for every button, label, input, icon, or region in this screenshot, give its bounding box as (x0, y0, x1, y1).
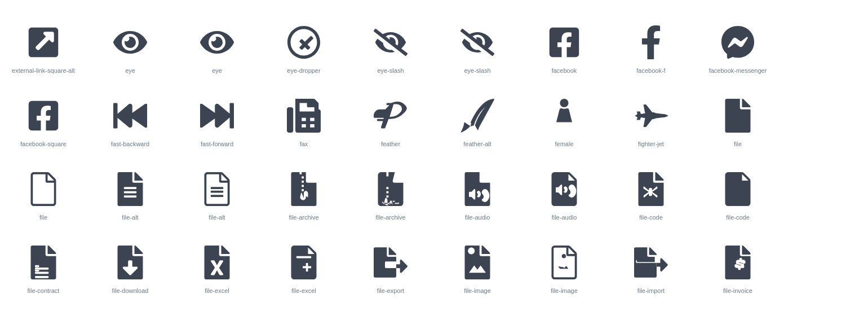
icon-label: eye-dropper (287, 67, 320, 75)
icon-cell: file-excel (174, 226, 260, 299)
icon-label: file-code (639, 213, 663, 221)
icon-cell: feather-alt (434, 79, 521, 152)
icon-label: file-image (551, 287, 578, 295)
icon-cell: feather (347, 79, 434, 152)
icon-grid: external-link-square-alt eye eye eye-dro… (0, 0, 868, 305)
icon-label: file-archive (289, 213, 318, 221)
feather-icon (371, 96, 410, 135)
icon-cell: facebook-square (0, 79, 87, 152)
eye-slash-icon (371, 23, 410, 62)
icon-label: eye (125, 67, 135, 75)
icon-cell: file-excel (260, 226, 347, 299)
icon-cell: file-contract (0, 226, 87, 299)
icon-label: file-archive (375, 213, 405, 221)
file-code-icon (631, 169, 671, 209)
icon-label: file-export (377, 287, 404, 295)
icon-label: file (734, 140, 742, 148)
icon-label: facebook-f (636, 67, 665, 75)
icon-cell: file-invoice (694, 226, 781, 299)
icon-cell-empty4 (781, 226, 868, 299)
icon-cell-empty2 (781, 79, 868, 152)
icon-label: file-excel (291, 287, 316, 295)
icon-cell: eye-slash (434, 6, 521, 79)
icon-cell: fast-backward (87, 79, 174, 152)
file-image2-icon (544, 243, 584, 282)
facebook-icon (544, 23, 584, 62)
file-archive2-icon (371, 169, 410, 209)
file-download-icon (110, 243, 150, 282)
fast-forward-icon (197, 96, 237, 135)
icon-label: fast-backward (111, 140, 149, 148)
icon-cell: fast-forward (174, 79, 260, 152)
file-audio2-icon (544, 169, 584, 209)
icon-label: facebook-square (20, 140, 67, 148)
icon-cell: file-archive (347, 152, 434, 226)
icon-cell: file (0, 152, 87, 226)
file-excel-icon (197, 243, 237, 282)
file-audio-icon (458, 169, 497, 209)
icon-cell: file-export (347, 226, 434, 299)
file-excel2-icon (284, 243, 324, 282)
icon-cell: file-import (608, 226, 694, 299)
icon-label: file-code (726, 213, 750, 221)
icon-label: external-link-square-alt (12, 67, 75, 75)
icon-cell-empty (781, 6, 868, 79)
icon-label: feather (381, 140, 400, 148)
icon-label: eye-slash (464, 67, 490, 75)
fax-icon (284, 96, 324, 135)
icon-cell: file-alt (87, 152, 174, 226)
icon-cell: file-code (694, 152, 781, 226)
facebook-f-icon (631, 23, 671, 62)
icon-label: fast-forward (201, 140, 233, 148)
file-export-icon (371, 243, 410, 282)
icon-cell: file-image (434, 226, 521, 299)
icon-label: file-excel (205, 287, 229, 295)
fighter-jet-icon (631, 96, 671, 135)
icon-cell: file-audio (434, 152, 521, 226)
icon-cell: fax (260, 79, 347, 152)
file-import-icon (631, 243, 671, 282)
icon-cell: eye (87, 6, 174, 79)
icon-label: file-audio (465, 213, 490, 221)
file-invoice-icon (718, 243, 758, 282)
icon-label: file-contract (28, 287, 60, 295)
icon-label: file-download (112, 287, 149, 295)
icon-cell: female (521, 79, 608, 152)
icon-cell: file-alt (174, 152, 260, 226)
eye-slash-alt-icon (458, 23, 497, 62)
icon-label: file-audio (552, 213, 577, 221)
icon-cell: facebook (521, 6, 608, 79)
file-image-icon (458, 243, 497, 282)
facebook-square-icon (24, 96, 63, 135)
icon-cell: facebook-f (608, 6, 694, 79)
icon-cell: eye (174, 6, 260, 79)
icon-label: feather-alt (463, 140, 491, 148)
icon-label: file-invoice (723, 287, 752, 295)
icon-label: file-image (464, 287, 491, 295)
icon-label: file-import (637, 287, 665, 295)
eye-icon (110, 23, 150, 62)
file-alt-icon (110, 169, 150, 209)
file-solid-icon (718, 96, 758, 135)
icon-label: female (555, 140, 573, 148)
icon-cell: file-code (608, 152, 694, 226)
external-link-square-alt-icon (24, 23, 63, 62)
icon-label: file (39, 213, 47, 221)
icon-label: fighter-jet (638, 140, 664, 148)
icon-cell: file-archive (260, 152, 347, 226)
icon-label: facebook (552, 67, 577, 75)
icon-label: facebook-messenger (709, 67, 767, 75)
icon-cell: file-audio (521, 152, 608, 226)
icon-cell: eye-slash (347, 6, 434, 79)
file-code2-icon (718, 169, 758, 209)
female-icon (544, 96, 584, 135)
file-contract-icon (24, 243, 63, 282)
icon-label: fax (300, 140, 308, 148)
icon-label: eye (212, 67, 222, 75)
icon-cell: eye-dropper (260, 6, 347, 79)
file-outline-icon (24, 169, 63, 209)
feather-alt-icon (458, 96, 497, 135)
eye-outline-icon (197, 23, 237, 62)
icon-label: file-alt (122, 213, 138, 221)
fast-backward-icon (110, 96, 150, 135)
